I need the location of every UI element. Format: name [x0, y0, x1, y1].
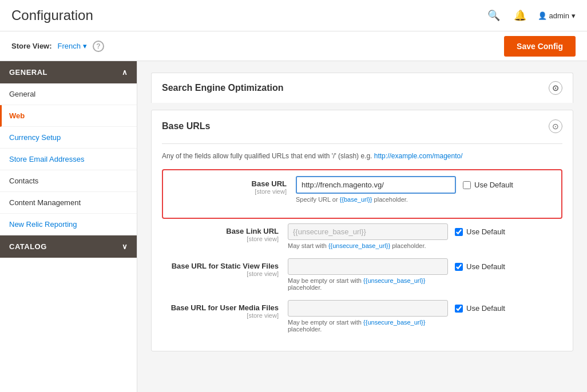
sidebar-item-store-email-addresses[interactable]: Store Email Addresses	[0, 149, 137, 170]
base-link-url-form-row: Base Link URL [store view] Use Default	[162, 223, 562, 249]
seo-collapse-button[interactable]: ⊙	[549, 81, 562, 95]
base-url-media-sub-label: [store view]	[162, 312, 279, 319]
sidebar-item-currency-setup[interactable]: Currency Setup	[0, 127, 137, 149]
base-urls-info-text: Any of the fields allow fully qualified …	[162, 152, 562, 160]
base-url-media-use-default-checkbox[interactable]	[455, 305, 463, 313]
base-url-media-label-col: Base URL for User Media Files [store vie…	[162, 300, 288, 319]
base-url-media-input[interactable]	[288, 300, 448, 317]
sidebar-section-catalog-label: CATALOG	[9, 242, 47, 251]
base-urls-info-link[interactable]: http://example.com/magento/	[374, 152, 463, 160]
base-link-url-help: May start with {{unsecure_base_url}} pla…	[288, 242, 562, 249]
sidebar: GENERAL ∧ General Web Currency Setup Sto…	[0, 61, 137, 392]
base-url-input[interactable]	[296, 176, 456, 194]
base-url-media-control-col: Use Default May be empty or start with {…	[288, 300, 562, 333]
base-url-static-use-default-checkbox[interactable]	[455, 263, 463, 271]
base-url-media-help: May be empty or start with {{unsecure_ba…	[288, 319, 562, 333]
store-view-select[interactable]: French ▾	[58, 42, 87, 50]
sidebar-item-new-relic-reporting[interactable]: New Relic Reporting	[0, 214, 137, 235]
base-url-static-sub-label: [store view]	[162, 270, 279, 277]
store-view-left: Store View: French ▾ ?	[11, 41, 104, 52]
base-url-use-default-row: Use Default	[463, 181, 513, 189]
base-urls-section: Base URLs ⊙ Any of the fields allow full…	[151, 110, 573, 351]
content-area: Search Engine Optimization ⊙ Base URLs ⊙…	[137, 61, 587, 392]
base-link-url-control-col: Use Default May start with {{unsecure_ba…	[288, 223, 562, 249]
base-link-url-label: Base Link URL	[162, 227, 279, 235]
base-link-url-use-default-label: Use Default	[466, 227, 505, 236]
base-url-media-help-highlight: {{unsecure_base_url}}	[363, 319, 425, 326]
seo-section-header[interactable]: Search Engine Optimization ⊙	[151, 73, 573, 103]
base-url-static-help: May be empty or start with {{unsecure_ba…	[288, 277, 562, 291]
sidebar-item-general[interactable]: General	[0, 83, 137, 105]
base-url-label-col: Base URL [store view]	[170, 176, 296, 195]
base-url-media-use-default-row: Use Default	[455, 304, 505, 313]
sidebar-item-web[interactable]: Web	[0, 105, 137, 127]
base-url-static-help-highlight: {{unsecure_base_url}}	[363, 277, 425, 284]
page-title: Configuration	[11, 7, 93, 23]
sidebar-item-content-management[interactable]: Content Management	[0, 192, 137, 214]
search-icon[interactable]: 🔍	[485, 7, 502, 24]
base-url-static-control-row: Use Default	[288, 258, 562, 275]
base-url-help: Specify URL or {{base_url}} placeholder.	[296, 196, 554, 203]
base-url-media-label: Base URL for User Media Files	[162, 303, 279, 312]
store-view-bar: Store View: French ▾ ? Save Config	[0, 31, 587, 61]
base-url-media-form-row: Base URL for User Media Files [store vie…	[162, 300, 562, 333]
sidebar-section-general-label: GENERAL	[9, 68, 47, 77]
chevron-down-icon: ∨	[122, 242, 128, 251]
base-urls-title: Base URLs	[162, 121, 210, 131]
header-actions: 🔍 🔔 👤 admin ▾	[485, 7, 576, 24]
base-url-static-use-default-row: Use Default	[455, 262, 505, 271]
seo-section-title: Search Engine Optimization	[162, 83, 283, 93]
seo-section: Search Engine Optimization ⊙	[151, 73, 573, 103]
base-url-media-control-row: Use Default	[288, 300, 562, 317]
chevron-down-icon: ▾	[83, 42, 87, 50]
store-view-value: French	[58, 42, 81, 50]
base-link-url-help-highlight: {{unsecure_base_url}}	[328, 242, 390, 249]
base-url-form-row: Base URL [store view] Use Default	[170, 176, 554, 203]
main-layout: GENERAL ∧ General Web Currency Setup Sto…	[0, 61, 587, 392]
store-view-label: Store View:	[11, 42, 52, 50]
base-link-url-control-row: Use Default	[288, 223, 562, 240]
sidebar-section-catalog[interactable]: CATALOG ∨	[0, 235, 137, 258]
chevron-up-icon: ∧	[122, 68, 128, 77]
top-header: Configuration 🔍 🔔 👤 admin ▾	[0, 0, 587, 31]
base-url-static-control-col: Use Default May be empty or start with {…	[288, 258, 562, 291]
base-link-url-input[interactable]	[288, 223, 448, 240]
base-url-media-use-default-label: Use Default	[466, 304, 505, 313]
base-url-static-form-row: Base URL for Static View Files [store vi…	[162, 258, 562, 291]
base-link-url-use-default-row: Use Default	[455, 227, 505, 236]
base-link-url-sub-label: [store view]	[162, 235, 279, 242]
base-url-control-row: Use Default	[296, 176, 554, 194]
base-link-url-label-col: Base Link URL [store view]	[162, 223, 288, 242]
bell-icon[interactable]: 🔔	[511, 7, 529, 24]
base-urls-title-row: Base URLs ⊙	[162, 119, 562, 139]
admin-user-menu[interactable]: 👤 admin ▾	[538, 11, 576, 20]
base-url-highlighted-row: Base URL [store view] Use Default	[162, 169, 562, 219]
base-url-static-input[interactable]	[288, 258, 448, 275]
sidebar-item-contacts[interactable]: Contacts	[0, 170, 137, 192]
chevron-down-icon: ▾	[572, 11, 576, 20]
base-url-sub-label: [store view]	[170, 188, 287, 195]
base-url-static-use-default-label: Use Default	[466, 262, 505, 271]
base-link-url-use-default-checkbox[interactable]	[455, 228, 463, 236]
base-url-help-highlight: {{base_url}}	[340, 196, 372, 203]
help-icon[interactable]: ?	[93, 41, 104, 52]
save-config-button[interactable]: Save Config	[504, 36, 576, 57]
base-urls-collapse-button[interactable]: ⊙	[549, 119, 562, 133]
base-url-static-label-col: Base URL for Static View Files [store vi…	[162, 258, 288, 277]
base-url-control-col: Use Default Specify URL or {{base_url}} …	[296, 176, 554, 203]
user-icon: 👤	[538, 11, 547, 20]
base-url-use-default-checkbox[interactable]	[463, 181, 471, 189]
base-url-static-label: Base URL for Static View Files	[162, 262, 279, 270]
base-url-label: Base URL	[170, 179, 287, 188]
admin-label: admin	[549, 11, 569, 20]
sidebar-section-general[interactable]: GENERAL ∧	[0, 61, 137, 83]
base-url-use-default-label: Use Default	[474, 181, 513, 189]
